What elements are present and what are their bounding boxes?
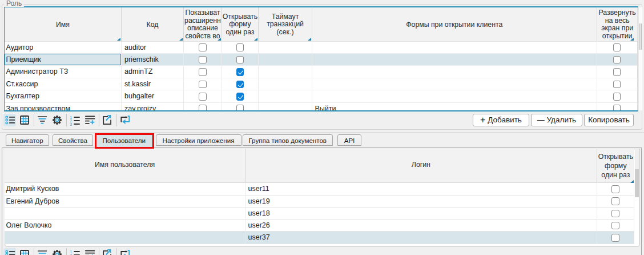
- svg-text:2: 2: [70, 253, 72, 255]
- svg-text:3: 3: [70, 122, 72, 125]
